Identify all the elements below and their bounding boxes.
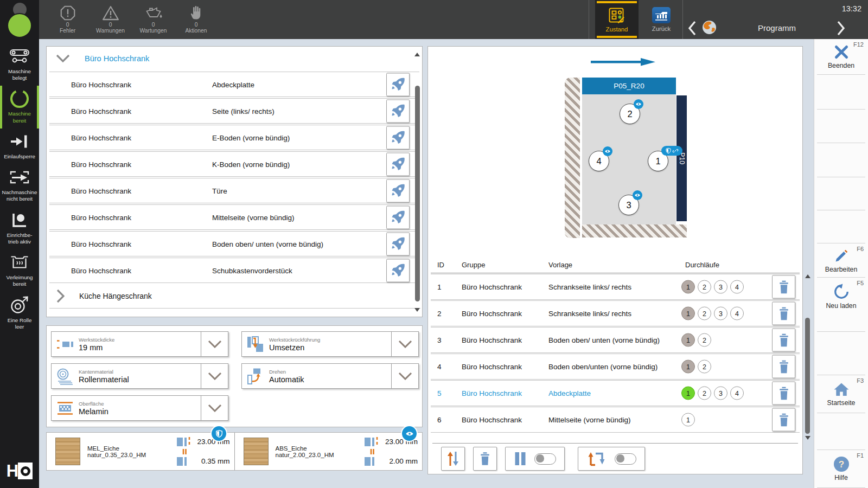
pass-circle[interactable]: 3 — [714, 280, 727, 294]
dropdown-drehen[interactable]: DrehenAutomatik — [241, 363, 419, 389]
dropdown-chevron-button[interactable] — [391, 332, 418, 356]
pass-circle[interactable]: 1 — [681, 413, 695, 427]
program-row[interactable]: 3Büro HochschrankBoden oben/ unten (vorn… — [431, 327, 800, 353]
dropdown-kantenmaterial[interactable]: KantenmaterialRollenmaterial — [51, 363, 228, 389]
fkey-startseite[interactable]: F3Startseite — [817, 375, 865, 413]
dropdown-chevron-button[interactable] — [201, 364, 228, 388]
edge-program-right[interactable]: P10 — [676, 95, 687, 221]
part-row[interactable]: Büro HochschrankK-Boden (vorne bündig) — [49, 151, 419, 177]
start-part-button[interactable] — [386, 206, 410, 229]
dropdown-chevron-icon — [398, 340, 412, 348]
fkey-neu-laden[interactable]: F5Neu laden — [817, 278, 865, 332]
status-button-warnungen[interactable]: 0Warnungen — [89, 0, 132, 39]
pass-circle[interactable]: 4 — [730, 387, 744, 400]
rocket-icon — [390, 130, 406, 146]
nav-previous-button[interactable] — [688, 21, 697, 37]
edge-material-card[interactable]: MEL_Eiche natur_0.35_23.0_HM23.00 mm0.35… — [47, 433, 234, 470]
scroll-up-arrow[interactable] — [414, 53, 420, 56]
pause-control[interactable] — [505, 447, 565, 471]
group-header-kueche-haengeschrank[interactable]: Küche Hängeschrank — [49, 284, 420, 309]
dropdown-chevron-button[interactable] — [391, 364, 418, 388]
delete-row-button[interactable] — [772, 275, 795, 299]
pass-circle[interactable]: 1 — [681, 333, 695, 347]
status-button-fehler[interactable]: 0Fehler — [46, 0, 89, 39]
scroll-up-arrow[interactable] — [805, 274, 810, 278]
pass-circle[interactable]: 4 — [730, 280, 744, 294]
edge-point[interactable]: 4 — [589, 151, 609, 171]
pause-toggle[interactable] — [534, 453, 556, 465]
dropdown-chevron-button[interactable] — [201, 396, 228, 420]
fkey-empty-slot — [817, 413, 865, 450]
start-part-button[interactable] — [386, 232, 410, 255]
part-row[interactable]: Büro HochschrankAbdeckplatte — [49, 72, 419, 97]
start-part-button[interactable] — [386, 259, 410, 282]
edge-point[interactable]: 2 — [620, 104, 640, 124]
program-row[interactable]: 2Büro HochschrankSchrankseite links/ rec… — [431, 300, 800, 326]
pass-circle[interactable]: 2 — [698, 387, 711, 400]
part-row[interactable]: Büro HochschrankBoden oben/ unten (vorne… — [49, 231, 419, 256]
pass-circle[interactable]: 1 — [681, 280, 695, 294]
start-part-button[interactable] — [386, 126, 410, 149]
scrollbar-thumb[interactable] — [805, 318, 810, 434]
part-row[interactable]: Büro HochschrankSeite (links/ rechts) — [49, 98, 419, 124]
edge-point[interactable]: 3 — [618, 195, 639, 215]
pass-circle[interactable]: 4 — [730, 307, 744, 320]
pass-circle[interactable]: 1 — [681, 387, 695, 400]
homag-logo: H — [7, 463, 33, 479]
program-row[interactable]: 5Büro HochschrankAbdeckplatte1234 — [431, 380, 800, 406]
dropdown-chevron-button[interactable] — [201, 332, 228, 356]
avatar-status-circle — [7, 13, 32, 38]
scrollbar-thumb[interactable] — [415, 86, 420, 301]
delete-row-button[interactable] — [772, 302, 795, 325]
pass-circle[interactable]: 1 — [681, 307, 695, 320]
tab-zustand[interactable]: Zustand — [595, 0, 639, 39]
edge-program-top[interactable]: P05_R20 — [582, 78, 676, 94]
loop-toggle[interactable] — [615, 453, 636, 465]
delete-row-button[interactable] — [772, 408, 795, 432]
close-x-icon — [833, 44, 850, 60]
start-part-button[interactable] — [386, 179, 410, 202]
pass-circle[interactable]: 2 — [698, 360, 711, 374]
start-part-button[interactable] — [386, 152, 410, 176]
scroll-down-arrow[interactable] — [805, 436, 810, 440]
dropdown-werkstueckrueckfuehrung[interactable]: WerkstückrückführungUmsetzen — [241, 331, 419, 357]
scroll-down-arrow[interactable] — [414, 308, 420, 312]
back-to-app-button[interactable]: Zurück — [640, 0, 682, 39]
program-row[interactable]: 1Büro HochschrankSchrankseite links/ rec… — [431, 274, 800, 300]
part-row[interactable]: Büro HochschrankTüre — [49, 178, 419, 203]
fkey-bearbeiten[interactable]: F6Bearbeiten — [817, 243, 865, 278]
pass-circle[interactable]: 3 — [714, 387, 727, 400]
pass-circle[interactable]: 2 — [698, 280, 711, 294]
group-header-buero-hochschrank[interactable]: Büro Hochschrank — [47, 47, 422, 70]
edge-width-icon — [176, 436, 192, 448]
dropdown-oberflaeche[interactable]: OberflächeMelamin — [51, 395, 228, 421]
dropdown-werkstueckdicke[interactable]: Werkstückdicke19 mm — [51, 331, 228, 357]
edge-point[interactable]: 1 — [648, 151, 668, 171]
part-row[interactable]: Büro HochschrankE-Boden (vorne bündig) — [49, 125, 419, 150]
pass-circle[interactable]: 1 — [681, 360, 695, 374]
delete-row-button[interactable] — [772, 355, 795, 378]
delete-row-button[interactable] — [772, 382, 795, 405]
fkey-hilfe[interactable]: F1?Hilfe — [817, 450, 865, 488]
status-button-aktionen[interactable]: 0Aktionen — [175, 0, 218, 39]
delete-all-button[interactable] — [473, 447, 497, 471]
start-part-button[interactable] — [386, 99, 410, 123]
status-button-wartungen[interactable]: 0Wartungen — [132, 0, 175, 39]
loop-control[interactable] — [578, 447, 645, 471]
conveyor-icon — [9, 47, 30, 66]
delete-row-button[interactable] — [772, 329, 795, 352]
program-row[interactable]: 4Büro HochschrankBoden oben/unten (vorne… — [431, 354, 800, 380]
pass-circle[interactable]: 3 — [714, 307, 727, 320]
pass-circle[interactable]: 2 — [698, 307, 711, 320]
part-row[interactable]: Büro HochschrankMittelseite (vorne bündi… — [49, 204, 419, 230]
start-part-button[interactable] — [386, 73, 410, 96]
fkey-beenden[interactable]: F12Beenden — [817, 39, 865, 75]
nav-next-button[interactable] — [837, 21, 845, 37]
globe-icon[interactable] — [702, 20, 717, 36]
part-row[interactable]: Büro HochschrankSchubkastenvorderstück — [49, 258, 419, 283]
edge-material-card[interactable]: ABS_Eiche natur_2.00_23.0_HM23.00 mm2.00… — [234, 433, 423, 470]
sort-rows-button[interactable] — [441, 447, 465, 471]
user-avatar[interactable] — [0, 0, 39, 43]
program-row[interactable]: 6Büro HochschrankMittelseite (vorne bünd… — [431, 407, 800, 433]
pass-circle[interactable]: 2 — [698, 333, 711, 347]
